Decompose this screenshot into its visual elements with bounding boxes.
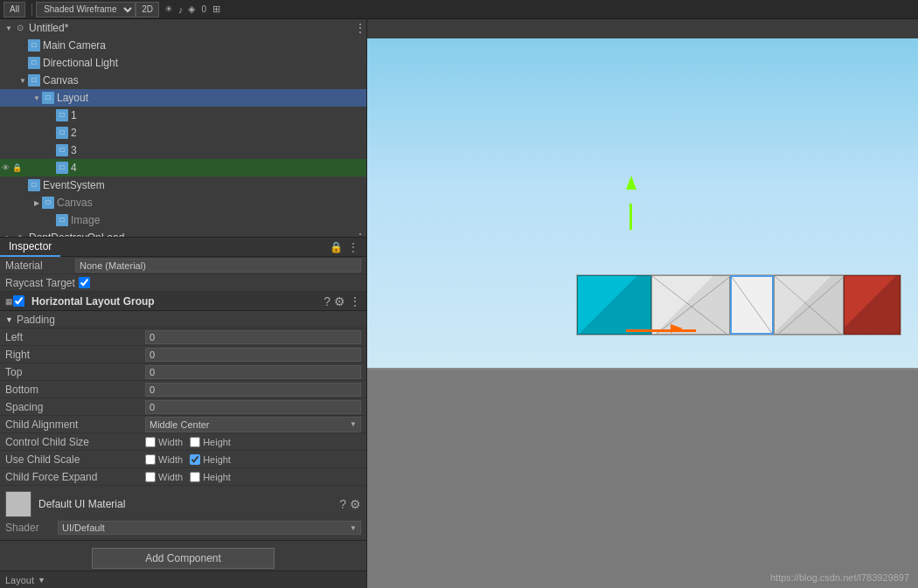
cfe-height-checkbox[interactable] [190,472,200,482]
label-untitled: Untitled* [29,22,68,34]
layout-boxes [576,274,901,336]
hierarchy-item-layout[interactable]: ▼ □ Layout [0,89,366,107]
spacing-value[interactable]: 0 [145,400,361,414]
control-child-size-content: Width Height [145,437,361,447]
control-child-size-label: Control Child Size [5,436,145,448]
material-name: Default UI Material [38,498,339,510]
tab-icons: 🔒 ⋮ [327,241,366,253]
watermark: https://blog.csdn.net/l783929897 [770,572,909,583]
ucs-width-checkbox[interactable] [145,454,156,465]
shaded-wireframe-dropdown[interactable]: Shaded Wireframe [36,2,136,17]
svg-line-1 [652,276,729,334]
icon-main-camera: □ [28,39,40,52]
padding-right-label: Right [5,349,145,361]
padding-top-value[interactable]: 0 [145,365,361,379]
material-settings-icon[interactable]: ⚙ [350,498,361,510]
padding-bottom-value[interactable]: 0 [145,383,361,397]
padding-triangle: ▼ [5,315,13,324]
shader-value[interactable]: UI/Default ▼ [58,521,361,535]
hierarchy-item-2[interactable]: □ 2 [0,124,366,142]
svg-line-4 [775,276,843,334]
icon-4: □ [56,162,68,174]
ccs-height-checkbox[interactable] [190,437,200,447]
hierarchy-item-4[interactable]: 👁 🔒 □ 4 [0,159,366,176]
child-force-expand-content: Width Height [145,472,361,482]
box-selected [730,275,774,335]
lock-tab-icon[interactable]: 🔒 [327,241,345,253]
raycast-checkbox[interactable] [79,277,90,288]
shader-name: UI/Default [62,522,105,533]
hierarchy-item-untitled[interactable]: ▼ ⊙ Untitled* ⋮ [0,19,366,37]
gizmo-icon[interactable]: ⊞ [210,3,223,15]
all-button[interactable]: All [3,2,25,17]
cfe-width-group: Width [145,472,183,482]
child-alignment-dropdown[interactable]: Middle Center ▼ [145,417,361,432]
stats-icon[interactable]: ◈ [185,3,198,15]
tab-inspector[interactable]: Inspector [0,238,60,257]
icon-layout: □ [42,92,54,104]
more-tab-icon[interactable]: ⋮ [345,241,361,253]
main-content: ▼ ⊙ Untitled* ⋮ □ Main Camera □ Directio… [0,19,918,588]
svg-line-2 [732,277,772,333]
raycast-label: Raycast Target [5,277,75,289]
cfe-height-label: Height [203,472,231,482]
icon-event-system: □ [28,179,40,191]
layout-tab-label[interactable]: Layout [5,575,34,585]
hierarchy-item-3[interactable]: □ 3 [0,142,366,159]
2d-button[interactable]: 2D [136,2,159,17]
effects-icon[interactable]: ☀ [162,3,176,15]
scene-objects [367,38,918,588]
hierarchy-item-image[interactable]: □ Image [0,211,366,229]
material-label: Material [5,259,75,272]
box-white1-lines [652,276,729,334]
icon-1: □ [56,109,68,121]
hlg-help-icon[interactable]: ? [323,295,330,308]
hlg-enable-checkbox[interactable] [13,295,24,307]
label-event-system: EventSystem [43,179,105,191]
audio-icon[interactable]: ♪ [176,4,186,15]
more-btn-dont-destroy[interactable]: ⋮ [354,232,366,238]
add-component-button[interactable]: Add Component [92,548,275,569]
hierarchy-item-canvas2[interactable]: ▶ □ Canvas [0,194,366,211]
shader-dropdown-arrow-icon: ▼ [350,524,357,532]
hlg-settings-icon[interactable]: ⚙ [334,295,345,308]
top-toolbar: All Shaded Wireframe 2D ☀ ♪ ◈ 0 ⊞ [0,0,918,19]
material-icon-buttons: ? ⚙ [339,498,361,510]
gizmo-label: 0 [198,4,210,14]
hierarchy-item-event-system[interactable]: □ EventSystem [0,176,366,194]
padding-left-value[interactable]: 0 [145,330,361,344]
label-dont-destroy: DontDestroyOnLoad [29,232,124,238]
hierarchy-item-1[interactable]: □ 1 [0,107,366,124]
cfe-width-checkbox[interactable] [145,472,156,482]
hlg-title: Horizontal Layout Group [31,295,155,308]
material-help-icon[interactable]: ? [339,498,346,510]
inspector-tab-bar: Inspector 🔒 ⋮ [0,238,366,257]
padding-header[interactable]: ▼ Padding [0,311,366,329]
use-child-scale-label: Use Child Scale [5,453,145,466]
ccs-width-checkbox[interactable] [145,437,156,447]
material-value[interactable]: None (Material) [75,259,361,273]
hierarchy-item-dont-destroy[interactable]: ▶ ◈ DontDestroyOnLoad ⋮ [0,229,366,238]
padding-right-row: Right 0 [0,346,366,363]
hlg-more-icon[interactable]: ⋮ [349,295,361,308]
icon-dont-destroy: ◈ [14,232,26,238]
left-panel: ▼ ⊙ Untitled* ⋮ □ Main Camera □ Directio… [0,19,367,588]
label-image: Image [71,214,100,226]
icon-dir-light: □ [28,57,40,69]
hierarchy-item-canvas[interactable]: ▼ □ Canvas [0,72,366,89]
hierarchy-item-main-camera[interactable]: □ Main Camera [0,37,366,54]
more-btn-untitled[interactable]: ⋮ [354,22,366,34]
child-alignment-label: Child Alignment [5,419,145,431]
hierarchy-item-dir-light[interactable]: □ Directional Light [0,54,366,72]
material-section: Default UI Material ? ⚙ Shader UI/Defaul… [0,486,366,541]
padding-right-value[interactable]: 0 [145,348,361,362]
padding-left-label: Left [5,331,145,343]
material-header: Default UI Material ? ⚙ [5,491,361,517]
label-4: 4 [71,162,77,174]
svg-line-0 [652,276,729,334]
raycast-target-row: Raycast Target [0,274,366,292]
material-preview[interactable] [5,491,31,517]
gizmo-right-line [626,329,696,332]
hlg-section-header[interactable]: ▦ Horizontal Layout Group ? ⚙ ⋮ [0,292,366,311]
ucs-height-checkbox[interactable] [190,454,200,465]
